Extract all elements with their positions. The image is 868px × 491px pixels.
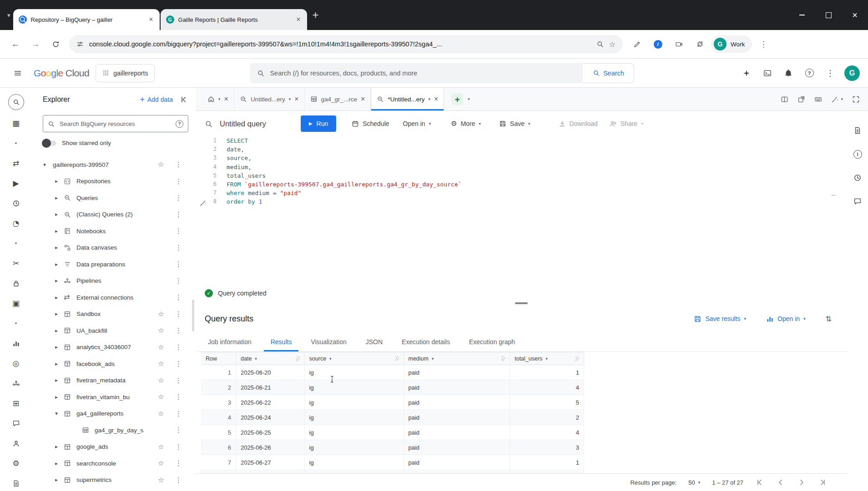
save-button[interactable]: Save▾ bbox=[499, 120, 530, 127]
star-icon[interactable]: ☆ bbox=[157, 376, 165, 385]
close-tab-icon[interactable]: × bbox=[361, 95, 365, 103]
more-options-icon[interactable]: ⋮ bbox=[175, 426, 182, 434]
run-button[interactable]: ▶Run bbox=[301, 115, 336, 132]
collapse-panel-icon[interactable] bbox=[180, 95, 188, 104]
close-window-button[interactable]: × bbox=[842, 0, 868, 30]
star-icon[interactable]: ☆ bbox=[157, 326, 165, 335]
more-options-icon[interactable]: ⋮ bbox=[175, 393, 182, 401]
star-icon[interactable]: ☆ bbox=[157, 310, 165, 318]
more-options-icon[interactable]: ⋮ bbox=[175, 410, 182, 418]
expander-icon[interactable]: ▸ bbox=[52, 394, 61, 400]
star-icon[interactable]: ☆ bbox=[157, 443, 165, 451]
star-icon[interactable]: ☆ bbox=[157, 360, 165, 368]
column-header-medium[interactable]: medium▾ bbox=[404, 352, 510, 365]
extension-camera-icon[interactable] bbox=[669, 35, 688, 53]
more-options-icon[interactable]: ⋮ bbox=[175, 326, 182, 335]
code-line[interactable]: source, bbox=[227, 154, 847, 162]
editor-collapse-icon[interactable]: — bbox=[832, 191, 835, 198]
code-line[interactable]: FROM `gaillereports-399507.ga4_gaillerep… bbox=[227, 180, 847, 189]
analytics-hub-icon[interactable] bbox=[9, 336, 23, 350]
expander-icon[interactable]: ▸ bbox=[52, 361, 61, 367]
schedule-button[interactable]: Schedule bbox=[352, 120, 389, 127]
browser-profile-chip[interactable]: G Work bbox=[711, 35, 752, 53]
code-assist-icon[interactable] bbox=[199, 199, 207, 207]
column-resize-handle[interactable] bbox=[296, 356, 300, 361]
star-icon[interactable]: ☆ bbox=[157, 343, 165, 351]
new-tab-button[interactable]: + bbox=[313, 10, 319, 20]
tree-item-repositories[interactable]: ▸Repositories☆⋮ bbox=[32, 173, 196, 190]
sort-icon[interactable]: ▾ bbox=[545, 356, 548, 361]
studio-icon[interactable]: ▦ bbox=[9, 116, 23, 130]
more-options-icon[interactable]: ⋮ bbox=[175, 293, 182, 301]
more-options-icon[interactable]: ⋮ bbox=[175, 160, 182, 169]
starred-only-toggle[interactable] bbox=[43, 140, 56, 146]
expand-results-icon[interactable]: ⇅ bbox=[826, 315, 832, 323]
notifications-icon[interactable] bbox=[779, 64, 798, 83]
results-tab-results[interactable]: Results bbox=[264, 332, 299, 351]
chevron-down-icon[interactable]: ▾ bbox=[218, 97, 221, 101]
tree-item-searchconsole[interactable]: ▸searchconsole☆⋮ bbox=[32, 455, 196, 472]
code-line[interactable]: total_users bbox=[227, 171, 847, 180]
governance-icon[interactable] bbox=[9, 276, 23, 290]
tab-search-icon[interactable]: ▾ bbox=[7, 12, 10, 19]
close-tab-icon[interactable]: × bbox=[294, 95, 298, 103]
tree-item-fivetran-metadata[interactable]: ▸fivetran_metadata☆⋮ bbox=[32, 372, 196, 389]
more-options-icon[interactable]: ⋮ bbox=[175, 210, 182, 219]
sql-editor[interactable]: 12345678 SELECTdate,source,medium,total_… bbox=[196, 136, 847, 286]
results-tab-job-information[interactable]: Job information bbox=[201, 332, 258, 351]
column-header-date[interactable]: date▾ bbox=[236, 352, 305, 365]
editor-tab-untitled-ery[interactable]: *Untitled...ery▾× bbox=[371, 88, 444, 110]
last-page-icon[interactable] bbox=[818, 478, 827, 487]
code-line[interactable]: where medium = "paid" bbox=[227, 189, 847, 197]
explorer-search-input[interactable] bbox=[59, 120, 172, 128]
tree-item-data-preparations[interactable]: ▸Data preparations☆⋮ bbox=[32, 256, 196, 273]
search-help-icon[interactable]: ? bbox=[176, 120, 183, 128]
tree-item-facebook-ads[interactable]: ▸facebook_ads☆⋮ bbox=[32, 356, 196, 372]
expander-icon[interactable]: ▸ bbox=[52, 461, 61, 466]
first-page-icon[interactable] bbox=[755, 478, 764, 487]
tree-item-notebooks[interactable]: ▸Notebooks☆⋮ bbox=[32, 223, 196, 240]
column-resize-handle[interactable] bbox=[575, 356, 579, 361]
dataform-icon[interactable]: ◎ bbox=[9, 356, 23, 370]
tree-item-gaillereports-399507[interactable]: ▾gaillereports-399507☆⋮ bbox=[32, 156, 196, 173]
column-header-total-users[interactable]: total_users▾ bbox=[510, 352, 584, 365]
add-data-button[interactable]: +Add data bbox=[140, 95, 173, 104]
expander-icon[interactable]: ▸ bbox=[52, 295, 61, 301]
close-tab-icon[interactable]: × bbox=[224, 95, 228, 103]
more-options-icon[interactable]: ⋮ bbox=[175, 376, 182, 385]
next-page-icon[interactable] bbox=[797, 478, 806, 487]
zoom-icon[interactable] bbox=[596, 40, 604, 48]
expander-icon[interactable]: ▸ bbox=[52, 377, 61, 383]
forward-button[interactable]: → bbox=[26, 35, 45, 53]
side-panel-tasks-icon[interactable] bbox=[851, 124, 864, 137]
extension-pencil-icon[interactable] bbox=[627, 35, 646, 53]
expander-icon[interactable]: ▾ bbox=[40, 162, 49, 168]
chevron-down-icon[interactable]: ▾ bbox=[289, 97, 291, 101]
browser-tab-gaille-reports-gaille-reports[interactable]: GGaille Reports | Gaille Reports× bbox=[161, 9, 307, 30]
settings-icon[interactable]: ⚙ bbox=[9, 456, 23, 470]
bookmark-star-icon[interactable]: ☆ bbox=[609, 40, 616, 49]
capacity-management-icon[interactable]: ✂ bbox=[9, 256, 23, 270]
resize-handle[interactable] bbox=[515, 302, 528, 304]
more-options-icon[interactable]: ⋮ bbox=[175, 244, 182, 252]
project-selector[interactable]: gaillereports bbox=[96, 64, 155, 82]
monitoring-icon[interactable]: ◔ bbox=[9, 216, 23, 230]
tree-item-external-connections[interactable]: ▸⇄External connections☆⋮ bbox=[32, 289, 196, 306]
help-icon[interactable]: ? bbox=[800, 64, 819, 83]
tree-item-classic-queries-2[interactable]: ▸(Classic) Queries (2)☆⋮ bbox=[32, 206, 196, 223]
account-avatar[interactable]: G bbox=[844, 65, 860, 81]
share-button[interactable]: Share▾ bbox=[610, 120, 643, 127]
tree-item-ua-backfill[interactable]: ▸UA_backfill☆⋮ bbox=[32, 322, 196, 339]
more-options-icon[interactable]: ⋮ bbox=[175, 310, 182, 318]
open-in-new-window-icon[interactable] bbox=[797, 95, 805, 103]
sql-workspace-icon[interactable]: ▶ bbox=[9, 176, 23, 190]
expander-icon[interactable]: ▸ bbox=[52, 477, 61, 483]
tree-item-queries[interactable]: ▸Queries☆⋮ bbox=[32, 190, 196, 206]
release-notes-icon[interactable] bbox=[9, 476, 23, 490]
results-tab-execution-graph[interactable]: Execution graph bbox=[462, 332, 522, 351]
expander-icon[interactable]: ▸ bbox=[52, 344, 61, 350]
maximize-button[interactable] bbox=[815, 0, 842, 30]
close-tab-icon[interactable]: × bbox=[147, 15, 155, 24]
star-icon[interactable]: ☆ bbox=[157, 410, 165, 418]
editor-search-icon[interactable] bbox=[205, 120, 212, 128]
